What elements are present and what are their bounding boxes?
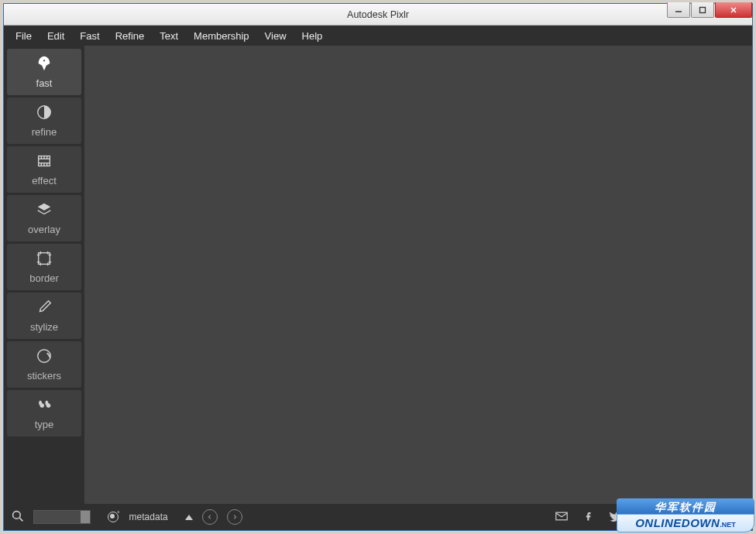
social-links — [555, 511, 744, 524]
sticker-icon — [36, 347, 53, 367]
tool-stylize[interactable]: stylize — [7, 293, 81, 339]
film-icon — [36, 152, 53, 172]
tool-label: stickers — [27, 370, 61, 382]
menu-help[interactable]: Help — [295, 28, 330, 44]
svg-rect-1 — [700, 7, 706, 12]
tool-label: border — [29, 272, 59, 284]
prev-button[interactable] — [202, 509, 218, 525]
tool-effect[interactable]: effect — [7, 146, 81, 193]
quote-icon — [36, 396, 53, 416]
app-body: File Edit Fast Refine Text Membership Vi… — [4, 26, 752, 530]
tool-overlay[interactable]: overlay — [7, 195, 81, 241]
triangle-up-icon[interactable] — [185, 515, 193, 520]
svg-line-26 — [19, 518, 22, 521]
rocket-icon — [36, 55, 53, 74]
svg-point-24 — [38, 350, 51, 363]
window-title: Autodesk Pixlr — [347, 9, 409, 20]
layers-icon — [36, 201, 53, 221]
frame-icon — [36, 250, 53, 269]
menu-membership[interactable]: Membership — [187, 28, 256, 44]
metadata-toggle[interactable]: ° metadata — [108, 512, 168, 522]
tool-type[interactable]: type — [7, 390, 81, 436]
minimize-button[interactable] — [667, 2, 690, 18]
tool-label: overlay — [28, 224, 60, 235]
menu-text[interactable]: Text — [153, 28, 185, 44]
tool-label: stylize — [30, 321, 58, 333]
facebook-icon[interactable] — [582, 511, 594, 524]
canvas-workspace[interactable] — [84, 46, 752, 504]
titlebar[interactable]: Autodesk Pixlr — [4, 4, 752, 26]
application-window: Autodesk Pixlr File Edit Fast Refine Tex… — [3, 3, 753, 531]
tool-sidebar: fast refine effect — [4, 46, 84, 504]
tool-stickers[interactable]: stickers — [7, 341, 81, 388]
menu-fast[interactable]: Fast — [73, 28, 106, 44]
tool-label: fast — [36, 77, 53, 89]
brush-icon — [36, 299, 53, 318]
metadata-label: metadata — [129, 512, 168, 522]
circle-small-icon: ° — [117, 510, 120, 518]
svg-point-25 — [13, 511, 21, 519]
menu-refine[interactable]: Refine — [108, 28, 152, 44]
tool-border[interactable]: border — [7, 244, 81, 290]
menu-edit[interactable]: Edit — [40, 28, 71, 44]
svg-rect-15 — [39, 253, 50, 265]
zoom-slider[interactable] — [33, 510, 91, 524]
tool-label: effect — [32, 175, 57, 187]
tool-refine[interactable]: refine — [7, 98, 81, 144]
twitter-icon[interactable] — [608, 511, 620, 524]
menu-file[interactable]: File — [9, 28, 39, 44]
zoom-slider-thumb[interactable] — [81, 511, 90, 523]
next-button[interactable] — [227, 509, 242, 525]
window-controls — [666, 2, 752, 18]
tool-label: type — [35, 419, 54, 430]
statusbar: ° metadata — [4, 504, 752, 530]
maximize-button[interactable] — [691, 2, 714, 18]
mail-icon[interactable] — [555, 511, 568, 524]
close-button[interactable] — [715, 2, 752, 18]
menu-view[interactable]: View — [258, 28, 294, 44]
svg-rect-27 — [556, 512, 567, 520]
svg-point-4 — [43, 60, 46, 63]
tool-label: refine — [32, 126, 57, 138]
tool-fast[interactable]: fast — [7, 49, 81, 95]
contrast-icon — [36, 104, 53, 123]
main-area: fast refine effect — [4, 46, 752, 504]
menubar: File Edit Fast Refine Text Membership Vi… — [4, 26, 752, 46]
search-icon[interactable] — [12, 510, 24, 525]
